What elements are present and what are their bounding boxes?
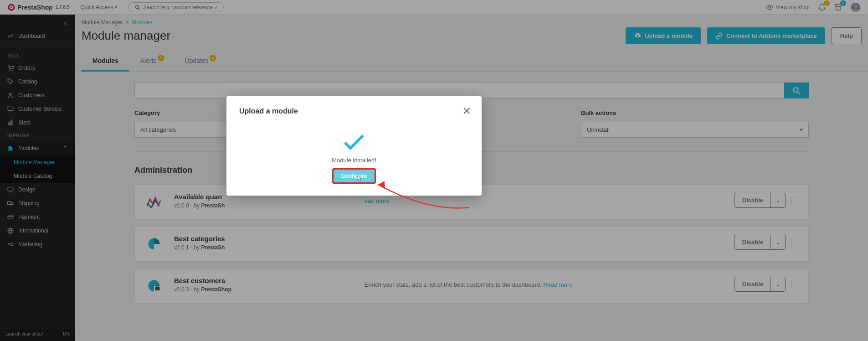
upload-module-modal: Upload a module ✕ Module installed! Conf…	[226, 96, 482, 196]
modal-close-button[interactable]: ✕	[462, 105, 471, 117]
modal-body: Module installed! Configure	[239, 115, 469, 183]
configure-button[interactable]: Configure	[333, 169, 375, 183]
modal-message: Module installed!	[239, 157, 469, 164]
modal-title: Upload a module	[239, 107, 469, 115]
checkmark-icon	[343, 134, 365, 150]
close-icon: ✕	[462, 105, 471, 117]
